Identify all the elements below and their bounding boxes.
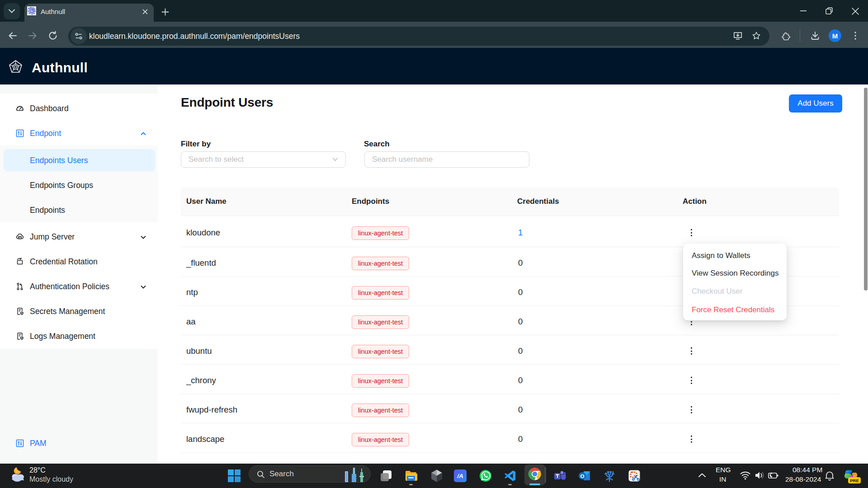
svg-text:/A: /A [457,473,463,479]
svg-text:O: O [580,474,585,479]
